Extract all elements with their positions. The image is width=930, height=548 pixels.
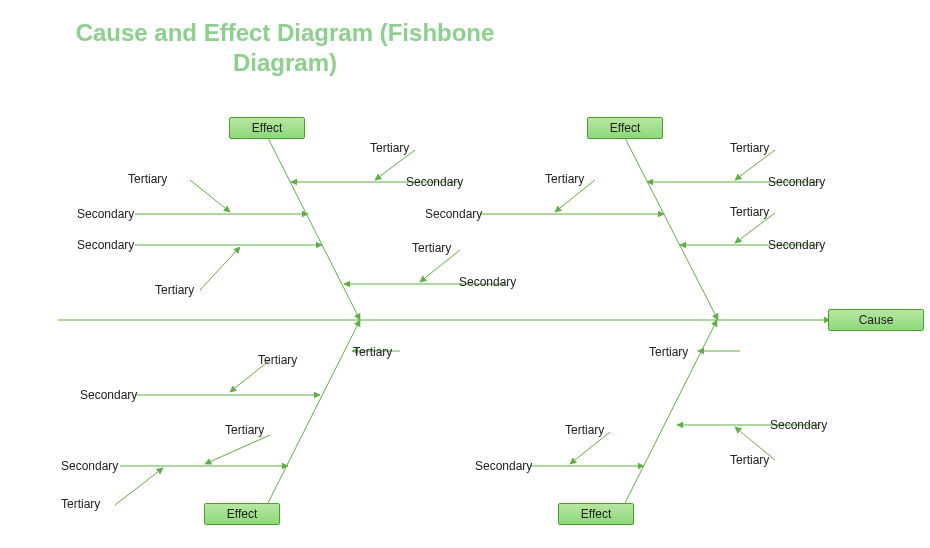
tertiary-label: Tertiary	[730, 141, 769, 155]
svg-line-10	[625, 138, 718, 320]
svg-line-17	[268, 320, 360, 503]
tertiary-label: Tertiary	[353, 345, 392, 359]
tertiary-label: Tertiary	[730, 205, 769, 219]
tertiary-label: Tertiary	[225, 423, 264, 437]
secondary-label: Secondary	[77, 238, 134, 252]
secondary-label: Secondary	[425, 207, 482, 221]
secondary-label: Secondary	[406, 175, 463, 189]
secondary-label: Secondary	[770, 418, 827, 432]
tertiary-label: Tertiary	[412, 241, 451, 255]
secondary-label: Secondary	[768, 238, 825, 252]
effect-box-bottom-right: Effect	[558, 503, 634, 525]
secondary-label: Secondary	[768, 175, 825, 189]
tertiary-label: Tertiary	[258, 353, 297, 367]
svg-line-7	[190, 180, 230, 212]
effect-box-bottom-left: Effect	[204, 503, 280, 525]
tertiary-label: Tertiary	[155, 283, 194, 297]
fishbone-diagram	[0, 0, 930, 548]
cause-box: Cause	[828, 309, 924, 331]
secondary-label: Secondary	[80, 388, 137, 402]
tertiary-label: Tertiary	[370, 141, 409, 155]
tertiary-label: Tertiary	[61, 497, 100, 511]
secondary-label: Secondary	[61, 459, 118, 473]
svg-line-9	[200, 247, 240, 290]
tertiary-label: Tertiary	[649, 345, 688, 359]
tertiary-label: Tertiary	[730, 453, 769, 467]
tertiary-label: Tertiary	[565, 423, 604, 437]
tertiary-label: Tertiary	[545, 172, 584, 186]
tertiary-label: Tertiary	[128, 172, 167, 186]
effect-box-top-left: Effect	[229, 117, 305, 139]
svg-line-1	[268, 138, 360, 320]
effect-box-top-right: Effect	[587, 117, 663, 139]
secondary-label: Secondary	[475, 459, 532, 473]
svg-line-23	[115, 468, 163, 505]
secondary-label: Secondary	[77, 207, 134, 221]
secondary-label: Secondary	[459, 275, 516, 289]
svg-line-21	[205, 435, 270, 464]
